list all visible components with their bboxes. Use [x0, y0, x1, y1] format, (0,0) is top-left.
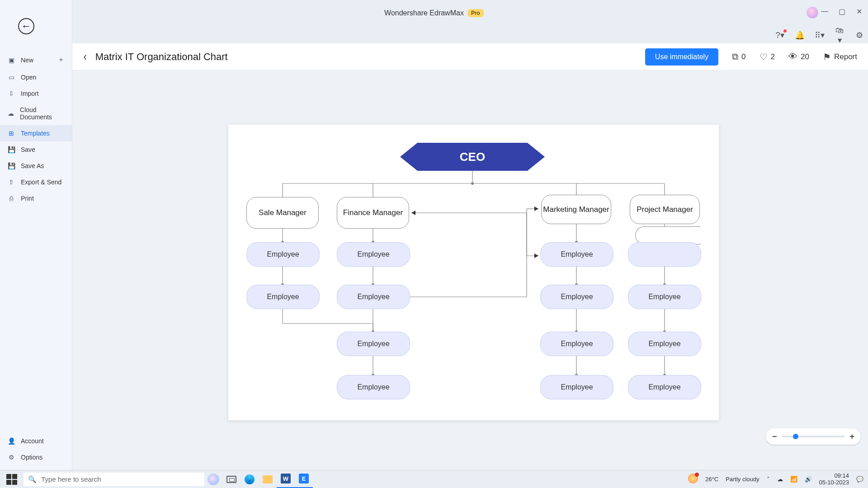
sidebar-item-label: Save	[21, 146, 35, 153]
sidebar-item-label: Open	[21, 74, 36, 81]
settings-icon[interactable]: ⚙	[854, 30, 864, 40]
print-icon: ⎙	[7, 195, 15, 202]
pro-badge: Pro	[467, 9, 484, 17]
node-finance-manager[interactable]: Finance Manager	[337, 197, 409, 229]
node-employee[interactable]: Employee	[337, 285, 410, 309]
close-button[interactable]: ✕	[854, 7, 863, 16]
node-sale-manager[interactable]: Sale Manager	[246, 197, 319, 229]
sidebar-item-label: Save As	[21, 162, 44, 169]
options-icon: ⚙	[7, 454, 15, 461]
apps-grid-icon[interactable]: ⠿▾	[815, 30, 825, 40]
clock-date: 05-10-2023	[819, 479, 849, 486]
account-icon: 👤	[7, 437, 15, 445]
sidebar-item-label: Templates	[21, 130, 50, 137]
back-button[interactable]: ←	[18, 18, 34, 34]
sidebar-item-save[interactable]: 💾 Save	[0, 141, 72, 158]
flag-icon: ⚑	[823, 52, 831, 62]
sidebar-item-templates[interactable]: ⊞ Templates	[0, 125, 72, 141]
canvas-area[interactable]: CEO Sale Manager Finance Manager Marketi…	[72, 70, 868, 470]
taskbar-news-icon[interactable]	[688, 474, 698, 485]
zoom-out-button[interactable]: −	[772, 432, 777, 441]
tray-chevron-icon[interactable]: ˄	[767, 476, 770, 483]
tray-onedrive-icon[interactable]: ☁	[777, 476, 783, 483]
node-employee-blank[interactable]	[628, 242, 701, 267]
eye-icon: 👁	[788, 52, 797, 62]
taskbar-taskview-icon[interactable]	[222, 470, 241, 488]
node-employee[interactable]: Employee	[246, 285, 320, 309]
maximize-button[interactable]: ▢	[837, 7, 846, 16]
zoom-control[interactable]: − +	[766, 428, 861, 445]
sidebar-item-account[interactable]: 👤 Account	[0, 433, 72, 449]
taskbar-search[interactable]: 🔍 Type here to search	[24, 473, 204, 486]
stat-likes[interactable]: ♡ 2	[760, 52, 775, 62]
node-employee[interactable]: Employee	[540, 332, 613, 356]
zoom-slider[interactable]	[782, 436, 845, 437]
sidebar-item-label: Export & Send	[21, 178, 61, 186]
node-employee[interactable]: Employee	[628, 332, 701, 356]
minimize-button[interactable]: —	[820, 7, 829, 16]
node-employee[interactable]: Employee	[540, 375, 613, 399]
app-title: Wondershare EdrawMax	[384, 9, 464, 17]
node-employee[interactable]: Employee	[540, 242, 613, 267]
sidebar-item-print[interactable]: ⎙ Print	[0, 190, 72, 206]
node-employee[interactable]: Employee	[628, 285, 701, 309]
svg-point-1	[471, 182, 474, 185]
sidebar-item-label: Cloud Documents	[20, 106, 65, 121]
taskbar-cortana-icon[interactable]	[204, 470, 222, 488]
sidebar-item-import[interactable]: ⇩ Import	[0, 85, 72, 102]
sidebar-item-open[interactable]: ▭ Open	[0, 69, 72, 85]
sidebar-item-save-as[interactable]: 💾 Save As	[0, 158, 72, 174]
plus-box-icon: ▣	[7, 56, 15, 64]
sidebar-item-label: Options	[21, 454, 42, 461]
tray-notifications-icon[interactable]: 💬	[856, 476, 863, 483]
node-ceo[interactable]: CEO	[400, 143, 545, 171]
node-employee[interactable]: Employee	[337, 242, 410, 267]
bell-icon[interactable]: 🔔	[795, 30, 805, 40]
taskbar-explorer-icon[interactable]	[259, 470, 277, 488]
taskbar-edraw-icon[interactable]: E	[295, 470, 313, 488]
copy-icon: ⧉	[732, 52, 738, 62]
start-button[interactable]	[6, 474, 17, 485]
node-marketing-manager[interactable]: Marketing Manager	[541, 195, 611, 224]
stat-copies[interactable]: ⧉ 0	[732, 52, 745, 62]
stat-value: 0	[741, 52, 745, 61]
store-icon[interactable]: 🛍▾	[835, 26, 844, 45]
app-tool-icons: ?▾ 🔔 ⠿▾ 🛍▾ ⚙	[775, 29, 864, 42]
zoom-knob[interactable]	[793, 434, 798, 439]
sidebar-item-label: Account	[21, 437, 44, 445]
clock-time: 09:14	[819, 473, 849, 479]
sidebar: ← ▣ New ＋ ▭ Open ⇩ Import ☁ Cloud Docume…	[0, 0, 72, 470]
node-stub[interactable]	[635, 226, 701, 244]
stat-value: 20	[801, 52, 809, 61]
taskbar-edge-icon[interactable]	[241, 470, 259, 488]
node-employee[interactable]: Employee	[540, 285, 613, 309]
document-title: Matrix IT Organizational Chart	[95, 51, 228, 63]
node-employee[interactable]: Employee	[337, 332, 410, 356]
sidebar-item-new[interactable]: ▣ New ＋	[0, 51, 72, 69]
taskbar-word-icon[interactable]: W	[277, 470, 295, 488]
node-project-manager[interactable]: Project Manager	[630, 195, 700, 224]
tray-volume-icon[interactable]: 🔊	[805, 476, 812, 483]
weather-temp[interactable]: 26°C	[705, 476, 718, 483]
report-button[interactable]: ⚑ Report	[823, 52, 857, 62]
user-avatar[interactable]	[807, 7, 818, 19]
weather-desc[interactable]: Partly cloudy	[726, 476, 759, 483]
sidebar-item-cloud[interactable]: ☁ Cloud Documents	[0, 102, 72, 125]
node-employee[interactable]: Employee	[246, 242, 320, 267]
export-icon: ⇧	[7, 178, 15, 186]
taskbar-clock[interactable]: 09:14 05-10-2023	[819, 473, 849, 486]
tray-wifi-icon[interactable]: 📶	[790, 476, 797, 483]
sidebar-item-export[interactable]: ⇧ Export & Send	[0, 174, 72, 190]
node-employee[interactable]: Employee	[337, 375, 410, 399]
sidebar-item-options[interactable]: ⚙ Options	[0, 449, 72, 465]
node-employee[interactable]: Employee	[628, 375, 701, 399]
cloud-icon: ☁	[7, 110, 14, 117]
sidebar-item-label: New	[21, 56, 33, 64]
zoom-in-button[interactable]: +	[849, 432, 854, 441]
stat-views: 👁 20	[788, 52, 809, 62]
back-chevron-icon[interactable]: ‹	[84, 50, 87, 64]
help-icon[interactable]: ?▾	[775, 30, 785, 40]
diagram-page: CEO Sale Manager Finance Manager Marketi…	[228, 125, 719, 420]
use-immediately-button[interactable]: Use immediately	[645, 48, 718, 66]
add-icon[interactable]: ＋	[57, 55, 65, 65]
